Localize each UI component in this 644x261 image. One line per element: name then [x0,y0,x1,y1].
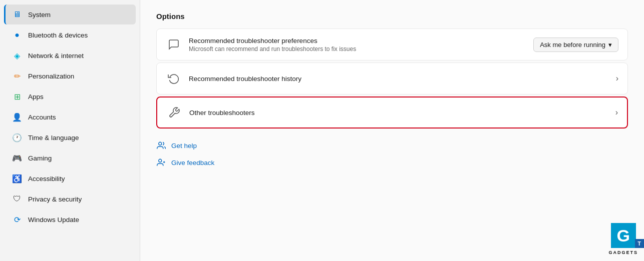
sidebar-label-network: Network & internet [28,52,84,60]
accounts-icon: 👤 [12,112,22,122]
other-troubleshooters-action: › [615,108,618,117]
svg-point-1 [159,159,162,162]
dropdown-label: Ask me before running [540,41,605,48]
other-troubleshooters-item[interactable]: Other troubleshooters › [156,96,628,128]
recommended-prefs-title: Recommended troubleshooter preferences [189,37,533,44]
svg-point-0 [159,142,162,145]
sidebar-item-time[interactable]: 🕐 Time & language [4,128,136,148]
privacy-icon: 🛡 [12,194,22,204]
sidebar-item-privacy[interactable]: 🛡 Privacy & security [4,189,136,209]
recommended-prefs-item[interactable]: Recommended troubleshooter preferences M… [156,28,628,60]
history-chevron-icon: › [616,74,618,83]
recommended-history-action: › [616,74,618,83]
section-title: Options [156,12,628,20]
gaming-icon: 🎮 [12,153,22,163]
watermark-logo: G T [611,223,636,248]
sidebar-label-update: Windows Update [28,216,79,224]
sidebar-label-accounts: Accounts [28,114,56,121]
sidebar-label-system: System [28,11,51,18]
sidebar-label-time: Time & language [28,134,79,142]
other-troubleshooters-title: Other troubleshooters [189,109,615,116]
recommended-history-item[interactable]: Recommended troubleshooter history › [156,62,628,94]
sidebar-item-apps[interactable]: ⊞ Apps [4,86,136,106]
recommended-history-title: Recommended troubleshooter history [189,75,616,82]
sidebar-item-accessibility[interactable]: ♿ Accessibility [4,168,136,188]
recommended-prefs-icon [166,36,182,52]
sidebar: 🖥 System ● Bluetooth & devices ◈ Network… [0,0,140,261]
watermark-g: G [617,227,630,244]
bluetooth-icon: ● [12,30,22,40]
time-icon: 🕐 [12,132,22,142]
get-help-label: Get help [171,142,197,150]
troubleshooters-chevron-icon: › [615,108,618,117]
accessibility-icon: ♿ [12,174,22,184]
recommended-prefs-action: Ask me before running ▾ [533,38,618,52]
main-content: Options Recommended troubleshooter prefe… [140,0,644,261]
sidebar-item-accounts[interactable]: 👤 Accounts [4,107,136,127]
personalization-icon: ✏ [12,71,22,81]
options-list: Recommended troubleshooter preferences M… [156,28,628,128]
get-help-icon [156,140,166,150]
sidebar-label-bluetooth: Bluetooth & devices [28,32,88,39]
apps-icon: ⊞ [12,92,22,102]
sidebar-item-personalization[interactable]: ✏ Personalization [4,66,136,86]
watermark-text: GADGETS [608,250,638,255]
recommended-prefs-subtitle: Microsoft can recommend and run troubles… [189,46,533,52]
sidebar-item-system[interactable]: 🖥 System [4,4,136,24]
other-troubleshooters-icon [166,104,182,120]
give-feedback-icon [156,158,166,168]
system-icon: 🖥 [12,10,22,20]
sidebar-label-accessibility: Accessibility [28,175,65,182]
other-troubleshooters-text: Other troubleshooters [189,109,615,116]
sidebar-label-privacy: Privacy & security [28,196,82,203]
network-icon: ◈ [12,50,22,60]
links-section: Get help Give feedback [156,138,628,170]
sidebar-label-gaming: Gaming [28,154,52,162]
recommended-history-text: Recommended troubleshooter history [189,75,616,82]
recommended-prefs-text: Recommended troubleshooter preferences M… [189,37,533,52]
recommended-history-icon [166,70,182,86]
get-help-link[interactable]: Get help [156,138,628,152]
sidebar-item-network[interactable]: ◈ Network & internet [4,46,136,66]
give-feedback-link[interactable]: Give feedback [156,156,628,170]
sidebar-item-bluetooth[interactable]: ● Bluetooth & devices [4,25,136,45]
watermark: G T GADGETS [608,223,638,255]
sidebar-label-apps: Apps [28,93,44,100]
sidebar-item-update[interactable]: ⟳ Windows Update [4,210,136,230]
update-icon: ⟳ [12,214,22,224]
sidebar-label-personalization: Personalization [28,72,74,80]
watermark-t: T [637,240,641,246]
dropdown-chevron-icon: ▾ [608,41,612,48]
give-feedback-label: Give feedback [171,159,214,166]
ask-before-running-dropdown[interactable]: Ask me before running ▾ [533,38,618,52]
sidebar-item-gaming[interactable]: 🎮 Gaming [4,148,136,168]
